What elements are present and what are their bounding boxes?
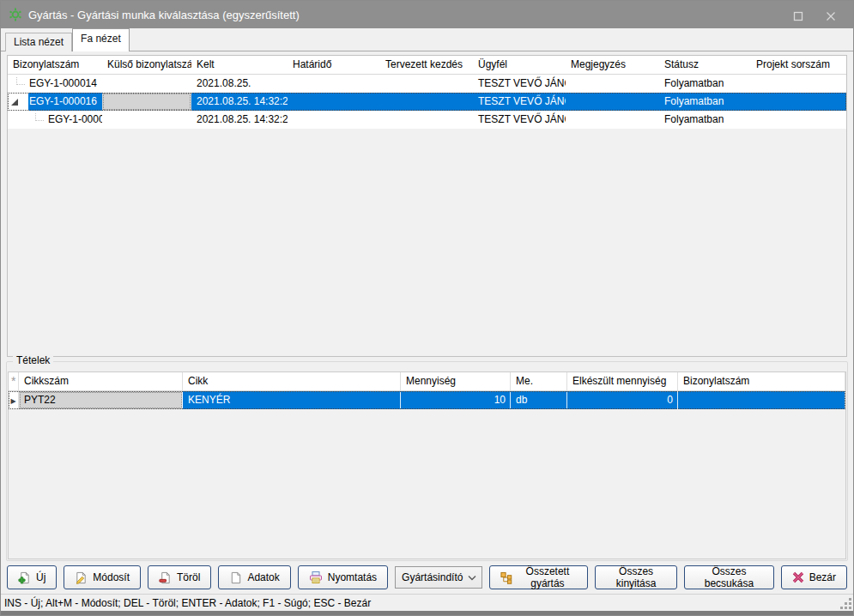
button-bar: Új Módosít Töröl Adatok [7,565,847,590]
items-groupbox: Tételek *CikkszámCikkMennyiségMe.Elkészü… [6,361,848,561]
item-cell[interactable]: PYT22 [19,391,183,409]
item-cell[interactable] [678,391,845,409]
order-cell[interactable]: EGY-1-000014 [8,75,102,93]
order-cell[interactable] [288,75,380,93]
order-cell[interactable] [288,93,380,111]
delete-button[interactable]: Töröl [148,565,211,589]
order-cell[interactable]: Folyamatban [659,75,751,93]
order-cell[interactable]: 2021.08.25. [191,75,288,93]
orders-column-header[interactable]: Ügyfél [473,56,566,74]
composite-production-button[interactable]: Összetett gyártás [489,565,588,589]
print-button-label: Nyomtatás [328,571,377,583]
items-grid-header: *CikkszámCikkMennyiségMe.Elkészült menny… [9,372,845,391]
titlebar: Gyártás - Gyártási munka kiválasztása (e… [1,1,853,28]
order-id-text: EGY-1-000014 [28,75,102,93]
order-cell[interactable] [751,111,846,129]
items-groupbox-title: Tételek [13,354,53,366]
order-cell[interactable] [102,93,191,111]
modify-button[interactable]: Módosít [64,565,141,589]
new-button[interactable]: Új [7,565,57,589]
production-starter-value: Gyártásindító [402,571,468,583]
collapse-all-button[interactable]: Összes becsukása [684,565,774,589]
item-row[interactable]: ▶PYT22KENYÉR10db0 [9,391,845,409]
order-cell[interactable]: EGY-1-000016 [8,93,102,111]
order-cell[interactable]: TESZT VEVŐ JÁNOS J [473,93,566,111]
items-column-header[interactable]: Cikkszám [19,372,183,390]
row-indicator-header: * [9,372,19,390]
order-cell[interactable]: TESZT VEVŐ JÁNOS J [473,111,566,129]
item-cell[interactable]: 0 [567,391,678,409]
expand-all-button[interactable]: Összes kinyitása [595,565,677,589]
order-cell[interactable]: 2021.08.25. 14:32:24 [191,93,288,111]
order-cell[interactable] [566,93,659,111]
item-cell[interactable]: db [511,391,567,409]
order-cell[interactable]: Folyamatban [659,111,751,129]
resize-grip[interactable] [840,598,851,609]
items-column-header[interactable]: Elkészült mennyiség [567,372,678,390]
item-cell[interactable]: KENYÉR [183,391,401,409]
production-starter-dropdown[interactable]: Gyártásindító [395,566,482,589]
order-cell[interactable] [751,93,846,111]
item-cell[interactable]: 10 [401,391,511,409]
order-row[interactable]: EGY-1-0000162021.08.25. 14:32:24TESZT VE… [8,93,846,111]
printer-icon [309,571,323,584]
order-row[interactable]: EGY-1-000012021.08.25. 14:32:24TESZT VEV… [8,111,846,129]
expander-expanded-icon[interactable] [10,98,19,106]
close-dialog-button[interactable]: Bezár [781,565,847,589]
maximize-button[interactable] [793,9,803,20]
orders-column-header[interactable]: Projekt sorszám [751,56,846,74]
order-cell[interactable] [102,111,191,129]
order-row[interactable]: EGY-1-0000142021.08.25.TESZT VEVŐ JÁNOS … [8,75,846,93]
order-cell[interactable] [566,111,659,129]
app-window: Gyártás - Gyártási munka kiválasztása (e… [0,0,854,616]
expand-all-button-label: Összes kinyitása [606,565,666,589]
tree-expander[interactable] [8,93,28,111]
orders-column-header[interactable]: Határidő [288,56,380,74]
modify-button-label: Módosít [93,571,130,583]
order-cell[interactable] [751,75,846,93]
orders-grid-header: BizonylatszámKülső bizonylatszámKeltHatá… [8,56,846,75]
close-button[interactable] [826,9,836,20]
order-cell[interactable] [566,75,659,93]
items-column-header[interactable]: Bizonylatszám [678,372,845,390]
collapse-all-button-label: Összes becsukása [695,565,763,589]
order-cell[interactable] [288,111,380,129]
order-cell[interactable]: 2021.08.25. 14:32:24 [191,111,288,129]
tree-guide [16,77,25,85]
status-bar: INS - Új; Alt+M - Módosít; DEL - Töröl; … [1,594,853,612]
edit-pencil-icon [75,571,88,584]
tab-fa-nezet[interactable]: Fa nézet [72,28,130,51]
orders-column-header[interactable]: Bizonylatszám [8,56,102,74]
order-cell[interactable]: Folyamatban [659,93,751,111]
orders-column-header[interactable]: Kelt [191,56,288,74]
orders-column-header[interactable]: Megjegyzés [566,56,659,74]
new-document-icon [18,571,31,584]
items-grid-body: ▶PYT22KENYÉR10db0 [9,391,845,409]
items-column-header[interactable]: Cikk [183,372,401,390]
order-cell[interactable] [380,111,473,129]
row-indicator: ▶ [9,391,19,409]
orders-column-header[interactable]: Tervezett kezdés [380,56,473,74]
order-cell[interactable] [102,75,191,93]
window-title: Gyártás - Gyártási munka kiválasztása (e… [28,9,300,21]
data-button-label: Adatok [247,571,279,583]
items-column-header[interactable]: Mennyiség [401,372,511,390]
items-grid: *CikkszámCikkMennyiségMe.Elkészült menny… [8,371,846,559]
order-id-text: EGY-1-00001 [47,111,102,129]
new-button-label: Új [36,571,45,583]
tree-indent [8,111,47,129]
order-cell[interactable]: EGY-1-00001 [8,111,102,129]
close-dialog-button-label: Bezár [809,571,836,583]
items-column-header[interactable]: Me. [511,372,567,390]
status-hints: INS - Új; Alt+M - Módosít; DEL - Töröl; … [4,597,371,609]
data-button[interactable]: Adatok [218,565,290,589]
order-cell[interactable]: TESZT VEVŐ JÁNOS J [473,75,566,93]
tab-lista-nezet[interactable]: Lista nézet [5,33,72,51]
order-id-text: EGY-1-000016 [28,93,102,111]
orders-column-header[interactable]: Külső bizonylatszám [102,56,191,74]
order-cell[interactable] [380,75,473,93]
orders-column-header[interactable]: Státusz [659,56,751,74]
print-button[interactable]: Nyomtatás [298,565,388,589]
delete-document-icon [159,571,172,584]
order-cell[interactable] [380,93,473,111]
